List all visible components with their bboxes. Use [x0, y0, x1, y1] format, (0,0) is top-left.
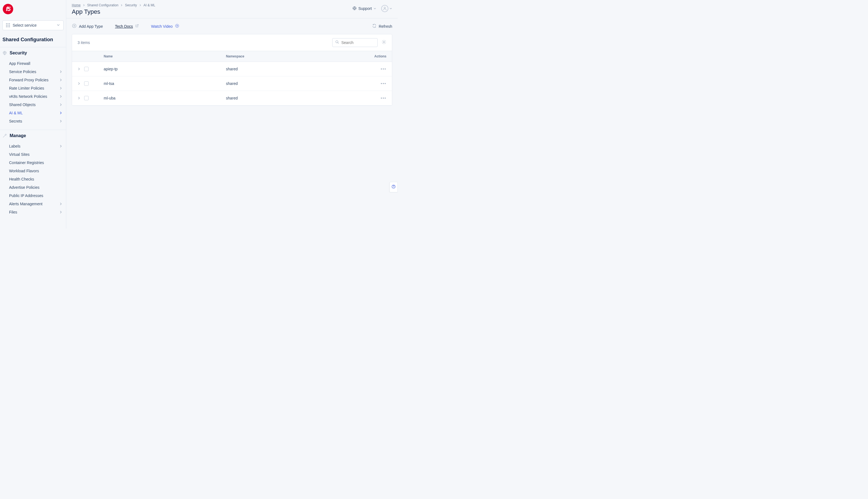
row-actions-menu[interactable]: •••: [381, 96, 387, 100]
user-menu[interactable]: [381, 5, 392, 12]
chevron-right-icon: [59, 111, 62, 115]
table-settings-button[interactable]: [381, 39, 387, 46]
sidebar-item-ai-ml[interactable]: AI & ML: [0, 109, 66, 117]
column-header-actions: Actions: [365, 51, 392, 62]
logo-text: f5: [6, 5, 10, 13]
sidebar-item-shared-objects[interactable]: Shared Objects: [0, 100, 66, 109]
row-checkbox[interactable]: [84, 81, 88, 86]
breadcrumb-home[interactable]: Home: [72, 3, 81, 7]
add-app-type-button[interactable]: Add App Type: [72, 23, 103, 29]
chevron-down-icon: [390, 6, 392, 11]
sidebar-title: Shared Configuration: [0, 30, 66, 47]
svg-point-15: [383, 41, 385, 43]
cell-namespace: shared: [220, 76, 365, 91]
refresh-button[interactable]: Refresh: [372, 24, 392, 29]
sidebar: f5 Select service Shared Configuration S…: [0, 0, 66, 229]
expand-row-button[interactable]: [78, 67, 80, 71]
service-select-dropdown[interactable]: Select service: [2, 20, 63, 30]
row-actions-menu[interactable]: •••: [381, 67, 387, 71]
sidebar-item-label: Rate Limiter Policies: [9, 86, 44, 90]
sidebar-item-files[interactable]: Files: [0, 208, 66, 216]
content: Add App Type Tech Docs Watch Video Refre…: [66, 19, 398, 229]
column-header-namespace[interactable]: Namespace: [220, 51, 365, 62]
chevron-right-icon: [59, 210, 62, 214]
support-icon: [352, 6, 357, 11]
sidebar-item-container-registries[interactable]: Container Registries: [0, 159, 66, 167]
chevron-down-icon: [373, 6, 376, 11]
sidebar-section-label: Security: [10, 51, 27, 56]
svg-point-10: [354, 8, 355, 9]
sidebar-item-labels[interactable]: Labels: [0, 142, 66, 150]
expand-row-button[interactable]: [78, 96, 80, 100]
row-controls: [78, 81, 93, 86]
action-bar: Add App Type Tech Docs Watch Video Refre…: [72, 23, 392, 29]
sidebar-item-label: Public IP Addresses: [9, 193, 43, 198]
search-box[interactable]: [332, 38, 378, 47]
row-checkbox[interactable]: [84, 96, 88, 100]
search-input[interactable]: [341, 40, 374, 45]
expand-row-button[interactable]: [78, 81, 80, 86]
add-app-type-label: Add App Type: [79, 24, 103, 28]
sidebar-item-app-firewall[interactable]: App Firewall: [0, 59, 66, 68]
sidebar-item-label: Advertise Policies: [9, 185, 39, 190]
sidebar-item-label: Shared Objects: [9, 102, 36, 107]
item-count: 3 items: [78, 40, 90, 45]
wrench-icon: [2, 134, 7, 138]
shield-icon: [2, 51, 7, 55]
sidebar-item-alerts-management[interactable]: Alerts Management: [0, 200, 66, 208]
cell-namespace: shared: [220, 91, 365, 106]
svg-rect-8: [9, 26, 10, 27]
svg-point-14: [336, 41, 338, 43]
f5-logo[interactable]: f5: [3, 4, 13, 14]
sidebar-section-header-security[interactable]: Security: [0, 47, 66, 58]
table-row: ml-uba shared •••: [72, 91, 392, 106]
page-title: App Types: [72, 8, 155, 15]
svg-rect-0: [6, 23, 7, 24]
breadcrumb-security[interactable]: Security: [125, 3, 137, 7]
sidebar-item-health-checks[interactable]: Health Checks: [0, 175, 66, 183]
sidebar-item-vk8s-network-policies[interactable]: vK8s Network Policies: [0, 92, 66, 100]
sidebar-item-label: Forward Proxy Policies: [9, 78, 48, 82]
sidebar-section-security: Security App Firewall Service Policies F…: [0, 47, 66, 130]
row-controls: [78, 67, 93, 71]
chevron-right-icon: [59, 70, 62, 74]
cell-name[interactable]: ml-tsa: [98, 76, 220, 91]
cell-name[interactable]: apiep-tp: [98, 62, 220, 76]
tech-docs-link[interactable]: Tech Docs: [115, 24, 139, 28]
play-circle-icon: [175, 24, 179, 29]
sidebar-section-header-manage[interactable]: Manage: [0, 130, 66, 141]
svg-rect-1: [8, 23, 9, 24]
row-controls: [78, 96, 93, 100]
sidebar-item-public-ip-addresses[interactable]: Public IP Addresses: [0, 192, 66, 200]
sidebar-item-label: Service Policies: [9, 70, 36, 74]
row-actions-menu[interactable]: •••: [381, 81, 387, 86]
sidebar-item-secrets[interactable]: Secrets: [0, 117, 66, 125]
sidebar-item-label: AI & ML: [9, 111, 23, 115]
help-button[interactable]: [390, 182, 398, 192]
refresh-label: Refresh: [379, 24, 392, 28]
sidebar-item-forward-proxy-policies[interactable]: Forward Proxy Policies: [0, 76, 66, 84]
main: Home Shared Configuration Security AI & …: [66, 0, 398, 229]
sidebar-item-label: Alerts Management: [9, 202, 43, 206]
breadcrumb-current: AI & ML: [144, 3, 155, 7]
cell-name[interactable]: ml-uba: [98, 91, 220, 106]
top-right: Support: [352, 5, 392, 12]
support-dropdown[interactable]: Support: [352, 6, 376, 11]
watch-video-label: Watch Video: [151, 24, 173, 28]
sidebar-item-advertise-policies[interactable]: Advertise Policies: [0, 183, 66, 192]
svg-point-11: [384, 7, 385, 9]
tech-docs-label: Tech Docs: [115, 24, 133, 28]
sidebar-item-label: Files: [9, 210, 17, 214]
column-header-name[interactable]: Name: [98, 51, 220, 62]
sidebar-item-rate-limiter-policies[interactable]: Rate Limiter Policies: [0, 84, 66, 92]
sidebar-item-workload-flavors[interactable]: Workload Flavors: [0, 167, 66, 175]
row-checkbox[interactable]: [84, 67, 88, 71]
sidebar-item-service-policies[interactable]: Service Policies: [0, 68, 66, 76]
table-row: ml-tsa shared •••: [72, 76, 392, 91]
sidebar-item-label: Secrets: [9, 119, 22, 123]
sidebar-items-manage: Labels Virtual Sites Container Registrie…: [0, 141, 66, 221]
breadcrumb-shared-configuration[interactable]: Shared Configuration: [87, 3, 118, 7]
watch-video-link[interactable]: Watch Video: [151, 24, 179, 29]
svg-rect-2: [9, 23, 10, 24]
sidebar-item-virtual-sites[interactable]: Virtual Sites: [0, 150, 66, 159]
